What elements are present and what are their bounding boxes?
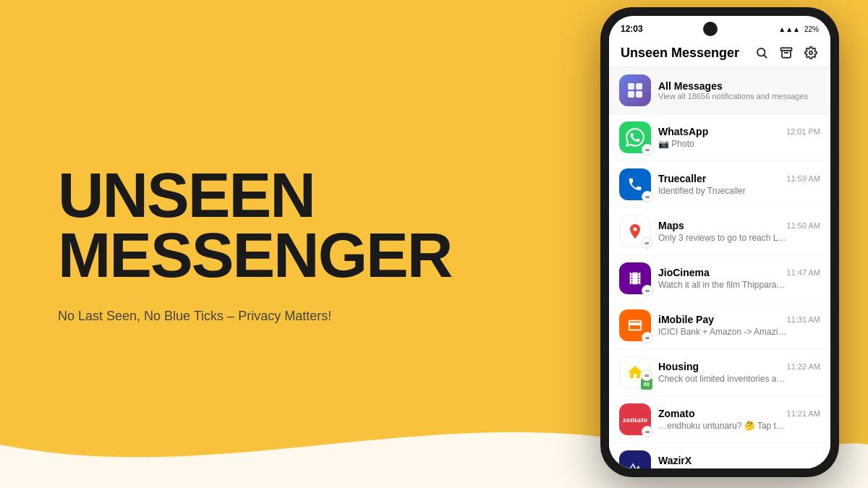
wazirx-icon: ∞	[619, 450, 651, 468]
message-time: 11:21 AM	[787, 409, 820, 418]
list-item[interactable]: ∞ iMobile Pay 11:31 AM ICICI Bank + Amaz…	[609, 302, 830, 349]
app-name: WazirX	[658, 455, 692, 466]
message-content: WazirX 💚 Increased by 3.1%	[658, 455, 820, 468]
message-time: 12:01 PM	[786, 127, 820, 136]
message-content: Zomato 11:21 AM …endhuku untunaru? 🤔 Tap…	[658, 408, 820, 431]
message-time: 11:22 AM	[787, 362, 820, 371]
app-name: Maps	[658, 220, 684, 231]
message-preview: 💚 Increased by 3.1%	[658, 468, 788, 468]
message-preview: Check out limited inventories available …	[658, 374, 788, 384]
all-messages-icon	[619, 74, 651, 106]
message-content: WhatsApp 12:01 PM 📷 Photo	[658, 126, 820, 149]
message-header-row: WazirX	[658, 455, 820, 466]
app-header-title: Unseen Messenger	[621, 46, 739, 61]
jiocinema-icon: ∞	[619, 262, 651, 294]
app-header: Unseen Messenger	[609, 39, 830, 67]
message-header-row: Maps 11:50 AM	[658, 220, 820, 231]
lock-badge: ∞	[642, 144, 653, 155]
maps-icon: ∞	[619, 215, 651, 247]
search-icon[interactable]	[754, 45, 770, 61]
signal-icon: ▲▲▲	[778, 25, 800, 33]
message-preview: …endhuku untunaru? 🤔 Tap to order	[658, 421, 788, 431]
app-name: WhatsApp	[658, 126, 708, 137]
title-line2: MESSENGER	[58, 219, 451, 291]
status-bar: 12:03 ▲▲▲ 22%	[609, 16, 830, 39]
message-content: Maps 11:50 AM Only 3 reviews to go to re…	[658, 220, 820, 243]
message-content: Truecaller 11:59 AM Identified by Trueca…	[658, 173, 820, 196]
svg-rect-8	[636, 91, 642, 98]
list-item[interactable]: ∞ WazirX 💚 Increased by 3.1%	[609, 443, 830, 468]
svg-rect-6	[636, 83, 642, 90]
svg-rect-7	[628, 91, 634, 98]
message-preview: Watch it all in the film Thipparaa Meesa…	[658, 280, 788, 290]
message-header-row: Truecaller 11:59 AM	[658, 173, 820, 184]
message-header-row: Zomato 11:21 AM	[658, 408, 820, 419]
message-header-row: Housing 11:22 AM	[658, 361, 820, 372]
message-preview: 📷 Photo	[658, 139, 788, 149]
imobile-icon: ∞	[619, 309, 651, 341]
list-item[interactable]: ∞ Maps 11:50 AM Only 3 reviews to go to …	[609, 208, 830, 255]
list-item[interactable]: ∞ WhatsApp 12:01 PM 📷 Photo	[609, 114, 830, 161]
battery-text: 22%	[804, 25, 819, 33]
phone-frame: 12:03 ▲▲▲ 22% Unseen Messenger	[600, 7, 839, 477]
lock-badge: ∞	[641, 369, 652, 381]
message-content: iMobile Pay 11:31 AM ICICI Bank + Amazon…	[658, 314, 820, 337]
message-time: 11:59 AM	[787, 174, 820, 183]
message-time: 11:47 AM	[787, 268, 820, 277]
svg-rect-5	[628, 83, 634, 90]
zomato-icon: zomato ∞	[619, 403, 651, 435]
app-name: Truecaller	[658, 173, 706, 184]
message-content: JioCinema 11:47 AM Watch it all in the f…	[658, 267, 820, 290]
housing-icon: 88 ∞	[619, 356, 651, 388]
message-preview: ICICI Bank + Amazon -> Amazing Deals	[658, 327, 788, 337]
whatsapp-icon: ∞	[619, 121, 651, 153]
lock-badge: ∞	[642, 426, 653, 437]
svg-point-4	[809, 51, 813, 55]
all-messages-item[interactable]: All Messages View all 18656 notification…	[609, 67, 830, 114]
settings-icon[interactable]	[803, 45, 819, 61]
message-header-row: iMobile Pay 11:31 AM	[658, 314, 820, 325]
lock-badge: ∞	[641, 237, 652, 249]
all-messages-name: All Messages	[658, 80, 820, 92]
list-item[interactable]: zomato ∞ Zomato 11:21 AM …endhuku untuna…	[609, 396, 830, 443]
app-title: UNSEEN MESSENGER	[58, 164, 456, 285]
archive-icon[interactable]	[778, 45, 794, 61]
lock-badge: ∞	[642, 285, 653, 296]
app-name: Zomato	[658, 408, 695, 419]
message-preview: Only 3 reviews to go to reach Level 5	[658, 233, 788, 243]
message-time: 11:50 AM	[787, 221, 820, 230]
all-messages-subtitle: View all 18656 notifications and message…	[658, 92, 820, 100]
camera-notch	[703, 22, 718, 36]
status-time: 12:03	[621, 24, 643, 34]
app-name: iMobile Pay	[658, 314, 714, 325]
list-item[interactable]: 88 ∞ Housing 11:22 AM Check out limited …	[609, 349, 830, 396]
svg-line-1	[764, 55, 766, 57]
phone-mockup: 12:03 ▲▲▲ 22% Unseen Messenger	[600, 7, 846, 484]
header-icons	[754, 45, 819, 61]
messages-list: All Messages View all 18656 notification…	[609, 67, 830, 468]
phone-screen: 12:03 ▲▲▲ 22% Unseen Messenger	[609, 16, 830, 468]
lock-badge: ∞	[642, 332, 653, 343]
status-icons: ▲▲▲ 22%	[778, 25, 819, 33]
message-time: 11:31 AM	[787, 315, 820, 324]
app-name: Housing	[658, 361, 699, 372]
list-item[interactable]: ∞ Truecaller 11:59 AM Identified by True…	[609, 161, 830, 208]
app-tagline: No Last Seen, No Blue Ticks – Privacy Ma…	[58, 309, 456, 324]
truecaller-icon: ∞	[619, 168, 651, 200]
hero-section: UNSEEN MESSENGER No Last Seen, No Blue T…	[58, 164, 456, 323]
lock-badge: ∞	[642, 191, 653, 202]
app-name: JioCinema	[658, 267, 710, 278]
list-item[interactable]: ∞ JioCinema 11:47 AM Watch it all in the…	[609, 255, 830, 302]
message-header-row: WhatsApp 12:01 PM	[658, 126, 820, 137]
all-messages-content: All Messages View all 18656 notification…	[658, 80, 820, 100]
message-header-row: JioCinema 11:47 AM	[658, 267, 820, 278]
message-preview: Identified by Truecaller	[658, 186, 788, 196]
message-content: Housing 11:22 AM Check out limited inven…	[658, 361, 820, 384]
